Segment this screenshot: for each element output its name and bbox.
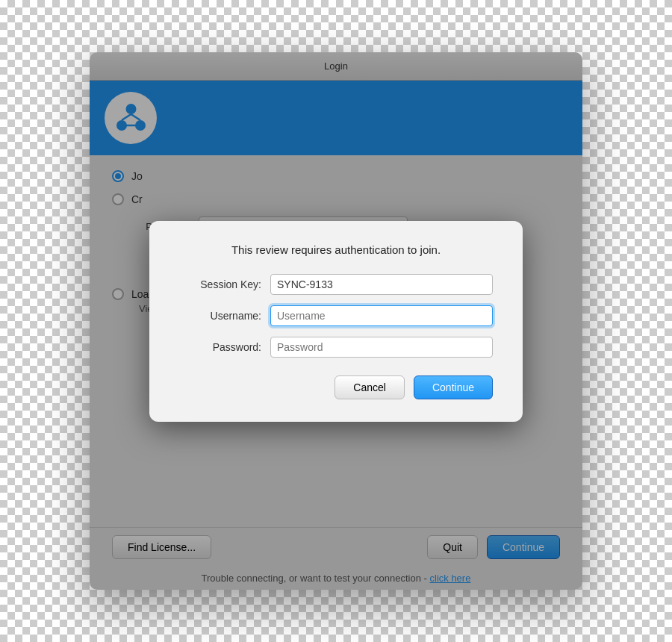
username-row: Username: bbox=[179, 305, 493, 326]
modal-overlay: This review requires authentication to j… bbox=[90, 52, 582, 590]
username-label: Username: bbox=[179, 310, 261, 322]
main-window: Login Jo bbox=[90, 52, 582, 590]
modal-continue-button[interactable]: Continue bbox=[414, 375, 493, 399]
modal-password-row: Password: bbox=[179, 337, 493, 358]
modal-buttons: Cancel Continue bbox=[179, 375, 493, 399]
modal-cancel-button[interactable]: Cancel bbox=[335, 375, 405, 399]
modal-password-label: Password: bbox=[179, 341, 261, 353]
login-modal: This review requires authentication to j… bbox=[149, 221, 523, 422]
modal-password-input[interactable] bbox=[270, 337, 493, 358]
window-body: Jo Cr Password: Save Password Forgot you… bbox=[90, 81, 582, 590]
session-key-label: Session Key: bbox=[179, 278, 261, 290]
session-key-input[interactable] bbox=[270, 274, 493, 295]
modal-message: This review requires authentication to j… bbox=[179, 243, 493, 256]
session-key-row: Session Key: bbox=[179, 274, 493, 295]
username-input[interactable] bbox=[270, 305, 493, 326]
